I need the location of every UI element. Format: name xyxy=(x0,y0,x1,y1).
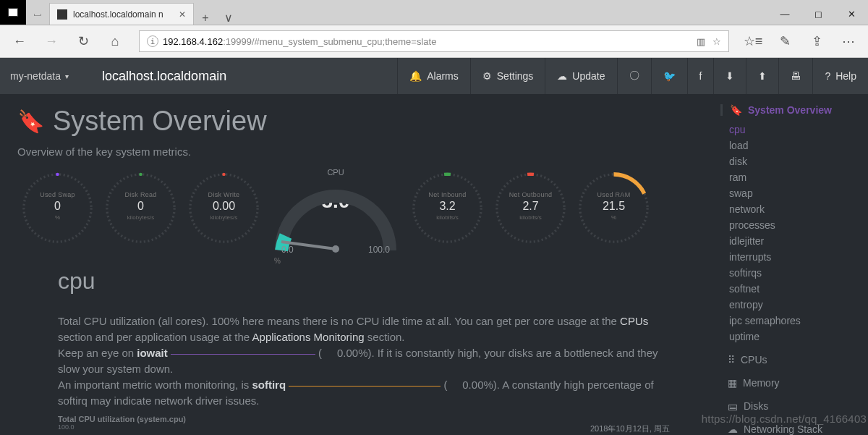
nav-home-button[interactable]: ⌂ xyxy=(101,28,129,55)
cpu-chart[interactable]: 100.0 80.0 2018年10月12日, 周五 14:56:28 perc… xyxy=(58,423,690,435)
gauge-unit: kilobytes/s xyxy=(101,214,181,221)
gauge-unit: % xyxy=(574,214,654,221)
address-bar[interactable]: i 192.168.4.162:19999/#menu_system_subme… xyxy=(139,30,729,52)
sidenav-item-softirqs[interactable]: softirqs xyxy=(720,265,865,281)
bookmark-icon: 🔖 xyxy=(730,104,742,116)
sidenav-item-ipc[interactable]: ipc semaphores xyxy=(720,313,865,329)
alarms-button[interactable]: 🔔Alarms xyxy=(397,58,470,94)
hostname-label: localhost.localdomain xyxy=(102,69,226,84)
app-topbar: my-netdata ▾ localhost.localdomain 🔔Alar… xyxy=(0,58,868,94)
gauge-used-swap[interactable]: Used Swap 0 % xyxy=(17,168,98,248)
gauge-disk-write[interactable]: Disk Write 0.00 kilobytes/s xyxy=(184,168,264,248)
share-icon[interactable]: ⇪ xyxy=(803,33,830,49)
nav-refresh-button[interactable]: ↻ xyxy=(69,28,97,55)
sidenav-section-overview[interactable]: 🔖 System Overview xyxy=(720,104,865,116)
sidenav-section-netstack[interactable]: ☁Networking Stack xyxy=(720,421,865,435)
sidenav-item-cpu[interactable]: cpu xyxy=(720,122,865,138)
iowait-keyword: iowait xyxy=(137,347,168,359)
chart-title: Total CPU utilization (system.cpu) xyxy=(58,415,690,423)
chart-date: 2018年10月12日, 周五 xyxy=(590,423,670,434)
window-close-button[interactable]: ✕ xyxy=(835,3,868,25)
gauge-value: 0 xyxy=(101,200,181,213)
sidenav-item-idlejitter[interactable]: idlejitter xyxy=(720,233,865,249)
disk-icon: 🖴 xyxy=(728,400,738,412)
sidenav-item-uptime[interactable]: uptime xyxy=(720,329,865,345)
apps-monitoring-link[interactable]: Applications Monitoring xyxy=(252,331,365,343)
nav-forward-button[interactable]: → xyxy=(38,28,65,55)
twitter-link[interactable]: 🐦 xyxy=(651,58,687,94)
help-button[interactable]: ?Help xyxy=(812,58,868,94)
taskbar-app-icon[interactable] xyxy=(0,0,26,25)
sidenav-item-processes[interactable]: processes xyxy=(720,217,865,233)
sidenav-item-entropy[interactable]: entropy xyxy=(720,297,865,313)
update-button[interactable]: ☁Update xyxy=(545,58,616,94)
download-button[interactable]: ⬇ xyxy=(713,58,746,94)
brand-dropdown[interactable]: my-netdata ▾ xyxy=(10,70,69,82)
tab-close-icon[interactable]: ✕ xyxy=(179,9,186,20)
favorites-hub-icon[interactable]: ☆≡ xyxy=(739,33,767,49)
gauge-unit: % xyxy=(274,257,281,265)
annotate-icon[interactable]: ✎ xyxy=(771,33,799,49)
page-title: 🔖 System Overview xyxy=(17,106,690,137)
iowait-value: 0.00% xyxy=(337,347,368,359)
alarms-label: Alarms xyxy=(427,70,459,82)
github-link[interactable]: 〇 xyxy=(617,58,651,94)
gauge-value: 2.7 xyxy=(490,200,571,213)
sidenav-section-memory[interactable]: ▦Memory xyxy=(720,375,865,391)
tab-prev-area: ⎵ xyxy=(26,0,49,25)
sidenav-section-cpus[interactable]: ⠿CPUs xyxy=(720,352,865,368)
softirq-sparkline xyxy=(289,386,441,387)
print-button[interactable]: 🖶 xyxy=(778,58,812,94)
favorite-star-icon[interactable]: ☆ xyxy=(712,36,721,47)
tab-overflow-icon[interactable]: ∨ xyxy=(217,11,240,25)
softirq-value: 0.00% xyxy=(462,379,493,391)
gauge-label: CPU xyxy=(267,168,404,177)
gauge-used-ram[interactable]: Used RAM 21.5 % xyxy=(574,168,654,248)
gauge-unit: % xyxy=(17,214,98,221)
window-minimize-button[interactable]: — xyxy=(768,3,801,25)
facebook-link[interactable]: f xyxy=(687,58,714,94)
cloud-icon: ☁ xyxy=(728,423,738,435)
gauge-net-inbound[interactable]: Net Inbound 3.2 kilobits/s xyxy=(407,168,488,248)
softirq-keyword: softirq xyxy=(252,379,286,391)
content-area: 🔖 System Overview Overview of the key sy… xyxy=(0,94,707,435)
reading-view-icon[interactable]: ▥ xyxy=(697,36,705,47)
new-tab-button[interactable]: + xyxy=(194,12,217,25)
cpu-description: Total CPU utilization (all cores). 100% … xyxy=(58,313,680,409)
sidenav-item-ram[interactable]: ram xyxy=(720,169,865,185)
cpu-heading: cpu xyxy=(58,268,690,295)
github-icon: 〇 xyxy=(629,69,639,83)
page-subtitle: Overview of the key system metrics. xyxy=(17,145,690,158)
memory-icon: ▦ xyxy=(728,377,737,389)
sidenav-item-load[interactable]: load xyxy=(720,138,865,153)
gauge-label: Disk Read xyxy=(101,191,181,198)
nav-back-button[interactable]: ← xyxy=(6,28,33,55)
url-path: :19999/#menu_system_submenu_cpu;theme=sl… xyxy=(223,36,436,47)
facebook-icon: f xyxy=(699,70,702,82)
more-menu-icon[interactable]: ⋯ xyxy=(835,33,862,49)
browser-toolbar: ← → ↻ ⌂ i 192.168.4.162:19999/#menu_syst… xyxy=(0,25,868,58)
gauge-cpu[interactable]: CPU 3.0 0.0 100.0 % xyxy=(267,168,404,261)
browser-tab-active[interactable]: localhost.localdomain n ✕ xyxy=(49,3,194,25)
bookmark-icon: 🔖 xyxy=(17,109,44,134)
twitter-icon: 🐦 xyxy=(663,70,676,82)
download-icon: ⬇ xyxy=(726,70,734,82)
sidenav-item-interrupts[interactable]: interrupts xyxy=(720,249,865,265)
cloud-download-icon: ☁ xyxy=(557,70,567,82)
sidenav-item-softnet[interactable]: softnet xyxy=(720,281,865,297)
site-info-icon[interactable]: i xyxy=(147,35,158,47)
window-maximize-button[interactable]: ◻ xyxy=(801,3,835,25)
sidenav-item-swap[interactable]: swap xyxy=(720,185,865,201)
upload-button[interactable]: ⬆ xyxy=(746,58,778,94)
settings-button[interactable]: ⚙Settings xyxy=(470,58,545,94)
gauge-disk-read[interactable]: Disk Read 0 kilobytes/s xyxy=(101,168,181,248)
cpus-link[interactable]: CPUs xyxy=(620,315,648,327)
sidenav-item-disk[interactable]: disk xyxy=(720,153,865,169)
sidenav-item-network[interactable]: network xyxy=(720,201,865,217)
sidenav-section-disks[interactable]: 🖴Disks xyxy=(720,398,865,414)
settings-label: Settings xyxy=(497,70,534,82)
gauge-net-outbound[interactable]: Net Outbound 2.7 kilobits/s xyxy=(490,168,571,248)
caret-down-icon: ▾ xyxy=(65,72,69,80)
gauge-row: Used Swap 0 % Disk Read 0 kilobytes/s Di… xyxy=(17,168,690,261)
svg-point-3 xyxy=(139,173,142,176)
